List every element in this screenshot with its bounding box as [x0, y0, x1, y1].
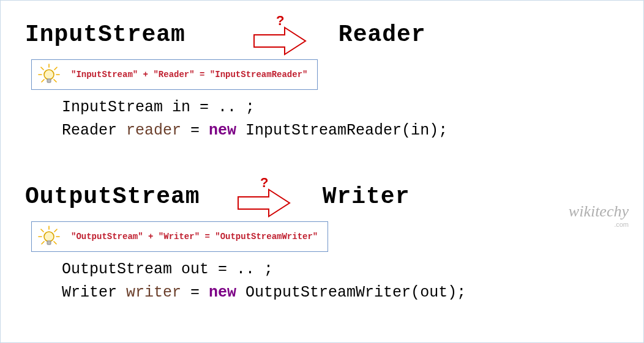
svg-line-10 — [41, 229, 43, 232]
diagram-container: wikitechy .com InputStream ? Reader — [0, 0, 644, 343]
code-var: in — [172, 98, 190, 116]
code-keyword: new — [209, 122, 236, 139]
arrow-1: ? — [253, 13, 308, 56]
code-block-2: OutputStream out = .. ; Writer writer = … — [62, 258, 643, 304]
code-var: writer — [126, 284, 181, 301]
title-outputstream: OutputStream — [25, 183, 200, 210]
code-text: = .. ; — [209, 260, 273, 278]
hintbox-2: "OutputStream" + "Writer" = "OutputStrea… — [31, 221, 328, 252]
code-var: reader — [126, 122, 181, 139]
svg-point-16 — [44, 232, 54, 242]
svg-line-5 — [42, 79, 44, 82]
code-text: Reader — [62, 122, 126, 139]
code-text: OutputStreamWriter(out); — [236, 284, 466, 301]
section-inputstream: InputStream ? Reader — [1, 13, 643, 142]
title-writer: Writer — [323, 183, 410, 210]
svg-line-6 — [54, 79, 56, 82]
arrow-right-icon — [253, 26, 308, 56]
code-text: = — [181, 122, 209, 139]
code-text: = .. ; — [190, 98, 255, 116]
arrow-2: ? — [237, 175, 292, 218]
arrow-right-icon — [237, 188, 292, 218]
code-text: Writer — [62, 284, 126, 301]
code-text: InputStream — [62, 98, 172, 116]
lightbulb-icon — [38, 64, 60, 86]
svg-line-14 — [42, 242, 44, 244]
headline-2: OutputStream ? Writer — [1, 175, 643, 218]
lightbulb-icon — [38, 226, 60, 248]
code-text: = — [181, 284, 209, 301]
svg-line-1 — [41, 67, 43, 70]
hintbox-1: "InputStream" + "Reader" = "InputStreamR… — [31, 59, 318, 90]
svg-rect-8 — [47, 79, 51, 83]
code-text: OutputStream — [62, 260, 181, 278]
hint-text-1: "InputStream" + "Reader" = "InputStreamR… — [71, 70, 307, 79]
code-keyword: new — [209, 284, 236, 301]
section-outputstream: OutputStream ? Writer — [1, 175, 643, 304]
code-block-1: InputStream in = .. ; Reader reader = ne… — [62, 96, 643, 142]
svg-line-11 — [54, 229, 57, 232]
headline-1: InputStream ? Reader — [1, 13, 643, 56]
svg-line-15 — [54, 242, 56, 244]
svg-line-2 — [54, 67, 57, 70]
hint-text-2: "OutputStream" + "Writer" = "OutputStrea… — [71, 232, 318, 242]
title-reader: Reader — [339, 21, 426, 48]
code-var: out — [181, 260, 209, 278]
code-text: InputStreamReader(in); — [236, 122, 447, 139]
svg-point-7 — [44, 70, 54, 79]
title-inputstream: InputStream — [25, 21, 185, 48]
svg-rect-17 — [47, 241, 51, 245]
